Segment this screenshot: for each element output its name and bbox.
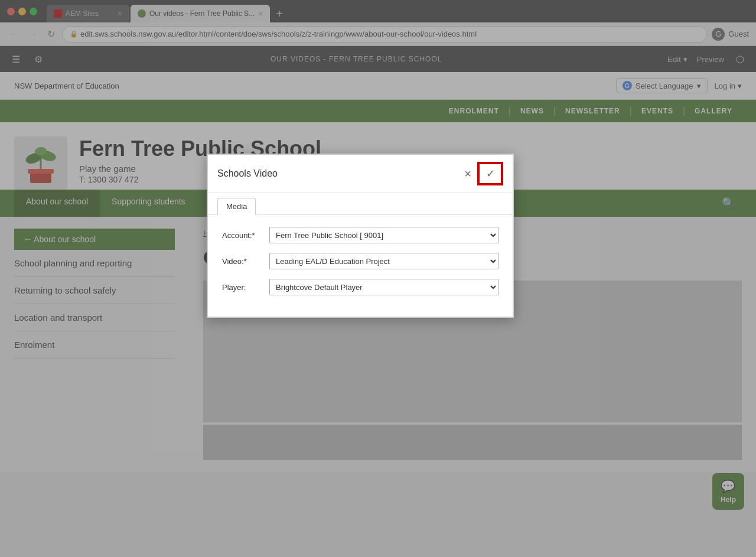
account-label: Account:*	[222, 231, 269, 240]
player-label: Player:	[222, 283, 269, 292]
dialog-header: Schools Video × ✓	[208, 155, 513, 193]
dialog-tab-media[interactable]: Media	[217, 198, 256, 215]
dialog-header-buttons: × ✓	[458, 162, 503, 185]
account-row: Account:* Fern Tree Public School [ 9001…	[222, 227, 498, 243]
dialog-confirm-highlight: ✓	[477, 162, 503, 185]
dialog-confirm-button[interactable]: ✓	[478, 163, 502, 184]
schools-video-dialog: Schools Video × ✓ Media Account:* Fern T…	[207, 154, 514, 318]
dialog-tabs: Media	[208, 193, 513, 215]
video-row: Video:* Leading EAL/D Education Project	[222, 253, 498, 269]
account-select[interactable]: Fern Tree Public School [ 9001]	[269, 227, 498, 243]
dialog-body: Account:* Fern Tree Public School [ 9001…	[208, 215, 513, 317]
video-label: Video:*	[222, 257, 269, 266]
player-select[interactable]: Brightcove Default Player	[269, 279, 498, 295]
dialog-close-button[interactable]: ×	[458, 165, 477, 183]
video-select[interactable]: Leading EAL/D Education Project	[269, 253, 498, 269]
dialog-tab-media-label: Media	[226, 202, 247, 211]
close-icon: ×	[464, 167, 471, 180]
dialog-title: Schools Video	[217, 168, 278, 179]
player-row: Player: Brightcove Default Player	[222, 279, 498, 295]
check-icon: ✓	[486, 167, 495, 180]
